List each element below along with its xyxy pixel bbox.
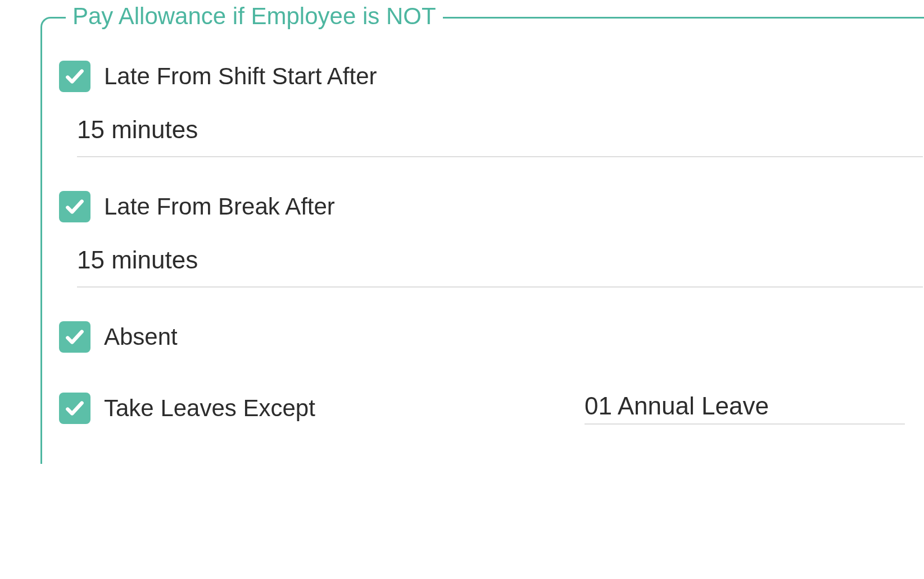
check-icon (64, 398, 85, 419)
late-break-input[interactable]: 15 minutes (77, 239, 923, 288)
late-shift-start-row: Late From Shift Start After (59, 61, 924, 92)
check-icon (64, 326, 85, 348)
absent-checkbox[interactable] (59, 321, 90, 353)
take-leaves-left-group: Take Leaves Except (59, 393, 315, 424)
take-leaves-select[interactable]: 01 Annual Leave (585, 392, 905, 425)
late-break-label: Late From Break After (104, 193, 335, 220)
late-shift-start-label: Late From Shift Start After (104, 63, 377, 90)
late-shift-start-value: 15 minutes (77, 116, 198, 143)
fieldset-content: Late From Shift Start After 15 minutes L… (59, 19, 924, 425)
take-leaves-checkbox[interactable] (59, 393, 90, 424)
late-break-value: 15 minutes (77, 246, 198, 273)
check-icon (64, 66, 85, 87)
late-shift-start-input[interactable]: 15 minutes (77, 109, 923, 157)
absent-label: Absent (104, 323, 178, 350)
take-leaves-value: 01 Annual Leave (585, 392, 769, 420)
absent-row: Absent (59, 321, 924, 353)
late-shift-start-checkbox[interactable] (59, 61, 90, 92)
fieldset-legend: Pay Allowance if Employee is NOT (66, 3, 443, 30)
take-leaves-label: Take Leaves Except (104, 395, 315, 422)
take-leaves-row: Take Leaves Except 01 Annual Leave (59, 392, 922, 425)
late-break-row: Late From Break After (59, 191, 924, 222)
late-break-checkbox[interactable] (59, 191, 90, 222)
pay-allowance-fieldset: Pay Allowance if Employee is NOT Late Fr… (40, 17, 924, 464)
check-icon (64, 196, 85, 217)
